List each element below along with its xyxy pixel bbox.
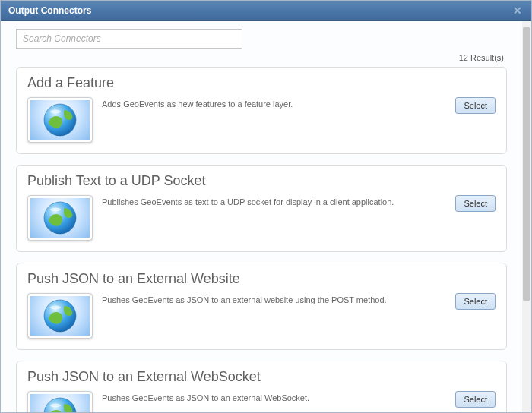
globe-icon	[27, 97, 93, 143]
output-connectors-dialog: Output Connectors ✕ 12 Result(s) Add a F…	[0, 0, 532, 413]
connector-title: Add a Feature	[27, 75, 496, 91]
connector-title: Publish Text to a UDP Socket	[27, 173, 496, 189]
select-button[interactable]: Select	[455, 195, 496, 212]
svg-point-3	[50, 208, 61, 212]
connector-desc: Adds GeoEvents as new features to a feat…	[102, 97, 446, 109]
scrollbar-thumb[interactable]	[523, 27, 530, 301]
svg-point-5	[50, 306, 61, 310]
scrollbar[interactable]	[522, 21, 531, 412]
globe-icon	[27, 195, 93, 241]
connector-title: Push JSON to an External Website	[27, 271, 496, 287]
connector-desc: Pushes GeoEvents as JSON to an external …	[102, 391, 446, 403]
connector-desc: Pushes GeoEvents as JSON to an external …	[102, 293, 446, 305]
connector-desc: Publishes GeoEvents as text to a UDP soc…	[102, 195, 446, 207]
connector-title: Push JSON to an External WebSocket	[27, 369, 496, 385]
search-row	[16, 29, 507, 49]
select-button[interactable]: Select	[455, 293, 496, 310]
search-input[interactable]	[16, 29, 242, 49]
connector-card: Push JSON to an External WebSocket Pushe…	[16, 361, 507, 412]
globe-icon	[27, 293, 93, 339]
globe-icon	[27, 391, 93, 412]
scroll-content: 12 Result(s) Add a Feature	[1, 21, 522, 412]
select-button[interactable]: Select	[455, 97, 496, 114]
dialog-title: Output Connectors	[8, 5, 511, 16]
close-icon[interactable]: ✕	[511, 5, 524, 17]
svg-point-1	[50, 110, 61, 114]
dialog-body: 12 Result(s) Add a Feature	[1, 21, 531, 412]
svg-point-7	[50, 404, 61, 408]
title-bar: Output Connectors ✕	[1, 1, 531, 21]
result-count: 12 Result(s)	[16, 53, 504, 62]
connector-card: Publish Text to a UDP Socket Publishes G…	[16, 165, 507, 252]
select-button[interactable]: Select	[455, 391, 496, 408]
connector-card: Add a Feature	[16, 67, 507, 154]
connector-card: Push JSON to an External Website Pushes …	[16, 263, 507, 350]
